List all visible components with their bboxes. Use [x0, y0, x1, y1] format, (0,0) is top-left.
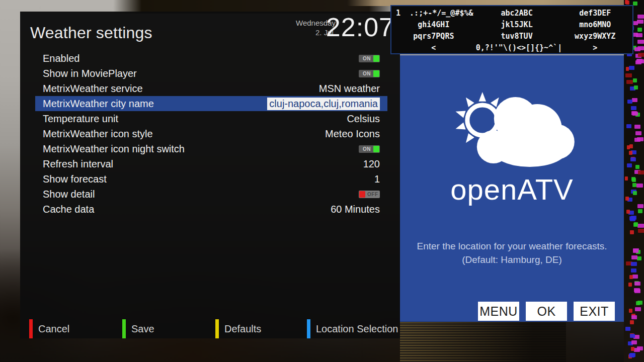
hint-color-bar [122, 319, 126, 338]
noise-block [629, 353, 634, 357]
noise-block [631, 106, 636, 110]
exit-button[interactable]: EXIT [574, 302, 615, 321]
setting-value: 1 [374, 173, 380, 185]
hint-label: Location Selection [316, 323, 398, 335]
noise-block [629, 309, 632, 313]
noise-block [633, 191, 637, 195]
kbd-key-r1c3[interactable]: def3DEF [558, 9, 632, 18]
noise-block [638, 229, 644, 233]
setting-value: MSN weather [319, 83, 380, 95]
setting-row-show-forecast[interactable]: Show forecast1 [35, 171, 387, 187]
background-interlace-artifacts [400, 322, 566, 362]
setting-label: Temperature unit [43, 113, 118, 125]
noise-block [627, 100, 632, 104]
kbd-key-r4c1[interactable]: < [391, 43, 476, 52]
noise-block [632, 98, 637, 102]
hint-defaults[interactable]: Defaults [215, 319, 261, 338]
toggle-on-switch[interactable]: ON [359, 145, 380, 153]
noise-block [627, 163, 632, 167]
hint-location-selection[interactable]: Location Selection [307, 319, 398, 338]
setting-row-cache-data[interactable]: Cache data60 Minutes [35, 202, 387, 217]
noise-block [634, 125, 640, 129]
setting-value: Celsius [347, 113, 380, 125]
setting-label: Show detail [43, 189, 95, 200]
noise-block [633, 2, 637, 6]
panel-button-row: MENU OK EXIT [478, 302, 615, 321]
setting-label: MetrixWeather city name [43, 98, 154, 110]
setting-label: Cache data [43, 204, 94, 215]
hint-label: Defaults [224, 323, 261, 335]
noise-block [633, 223, 637, 227]
noise-block [626, 80, 633, 84]
noise-block [632, 183, 636, 187]
noise-block [626, 210, 629, 214]
noise-block [629, 216, 635, 220]
noise-block [630, 230, 633, 234]
kbd-key-r4c2[interactable]: 0,?!'"\()<>[]{}~^`| [476, 43, 558, 52]
toggle-on-switch[interactable]: ON [359, 55, 380, 62]
noise-block [630, 334, 635, 338]
kbd-key-r3c1[interactable]: pqrs7PQRS [391, 32, 476, 41]
virtual-keyboard-overlay: 1 .:;+-*/=_@#$%&abc2ABCdef3DEFghi4GHIjkl… [390, 5, 633, 54]
noise-block [625, 327, 630, 331]
hint-color-bar [29, 319, 33, 338]
noise-block [635, 131, 641, 135]
noise-block [628, 283, 632, 287]
kbd-key-r1c1[interactable]: 1 .:;+-*/=_@#$%& [391, 9, 476, 18]
kbd-key-r2c3[interactable]: mno6MNO [558, 20, 632, 29]
noise-block [631, 315, 637, 319]
noise-block [634, 288, 640, 292]
setting-row-metrixweather-city-name[interactable]: MetrixWeather city namecluj-napoca,cluj,… [35, 96, 387, 111]
kbd-key-r3c3[interactable]: wxyz9WXYZ [558, 32, 632, 41]
setting-row-temperature-unit[interactable]: Temperature unitCelsius [35, 111, 387, 126]
noise-block [634, 138, 640, 142]
menu-button[interactable]: MENU [478, 302, 519, 321]
noise-block [637, 224, 644, 228]
ok-button[interactable]: OK [526, 302, 567, 321]
noise-block [630, 157, 636, 161]
noise-block [637, 204, 644, 208]
screen: Weather settings Wednesday 2. Jul. 22:07… [0, 0, 644, 362]
noise-block [631, 255, 637, 259]
setting-row-refresh-interval[interactable]: Refresh interval120 [35, 156, 387, 171]
setting-row-metrixweather-service[interactable]: MetrixWeather serviceMSN weather [35, 81, 387, 96]
noise-block [625, 73, 632, 77]
description-line-1: Enter the location for your weather fore… [400, 239, 624, 253]
setting-row-show-in-movieplayer[interactable]: Show in MoviePlayerON [35, 66, 387, 81]
setting-value: cluj-napoca,cluj,romania [267, 98, 380, 110]
hint-save[interactable]: Save [122, 319, 154, 338]
hint-cancel[interactable]: Cancel [29, 319, 69, 338]
hint-color-bar [307, 319, 310, 338]
hint-label: Cancel [38, 323, 69, 335]
setting-row-metrixweather-icon-style[interactable]: MetrixWeather icon styleMeteo Icons [35, 126, 387, 141]
kbd-key-r1c2[interactable]: abc2ABC [476, 9, 558, 18]
toggle-state-label: ON [363, 55, 371, 62]
brand-logo-text: openATV [400, 172, 624, 206]
toggle-green-indicator [373, 70, 379, 77]
noise-block [633, 78, 637, 82]
noise-block [631, 347, 635, 351]
setting-value: 120 [363, 158, 380, 170]
kbd-key-r2c2[interactable]: jkl5JKL [476, 20, 558, 29]
noise-block [636, 184, 643, 188]
description-line-2: (Default: Hamburg, DE) [400, 253, 624, 266]
toggle-state-label: OFF [367, 191, 378, 198]
toggle-on-switch[interactable]: ON [359, 70, 380, 77]
kbd-key-r3c2[interactable]: tuv8TUV [476, 32, 558, 41]
setting-row-show-detail[interactable]: Show detailOFF [35, 187, 387, 202]
setting-row-enabled[interactable]: EnabledON [35, 51, 387, 66]
setting-label: MetrixWeather service [43, 83, 143, 95]
kbd-key-r2c1[interactable]: ghi4GHI [391, 20, 476, 29]
setting-value: 60 Minutes [331, 204, 380, 215]
hint-color-bar [215, 319, 219, 338]
kbd-key-r4c3[interactable]: > [558, 43, 632, 52]
noise-block [629, 151, 632, 155]
toggle-state-label: ON [363, 70, 371, 77]
noise-block [638, 53, 644, 57]
noise-block [633, 249, 639, 253]
noise-block [625, 176, 628, 180]
toggle-off-switch[interactable]: OFF [359, 191, 380, 198]
setting-label: Enabled [43, 53, 79, 64]
setting-row-metrixweather-icon-night-switch[interactable]: MetrixWeather icon night switchON [35, 141, 387, 156]
sun-cloud-icon [454, 88, 575, 169]
